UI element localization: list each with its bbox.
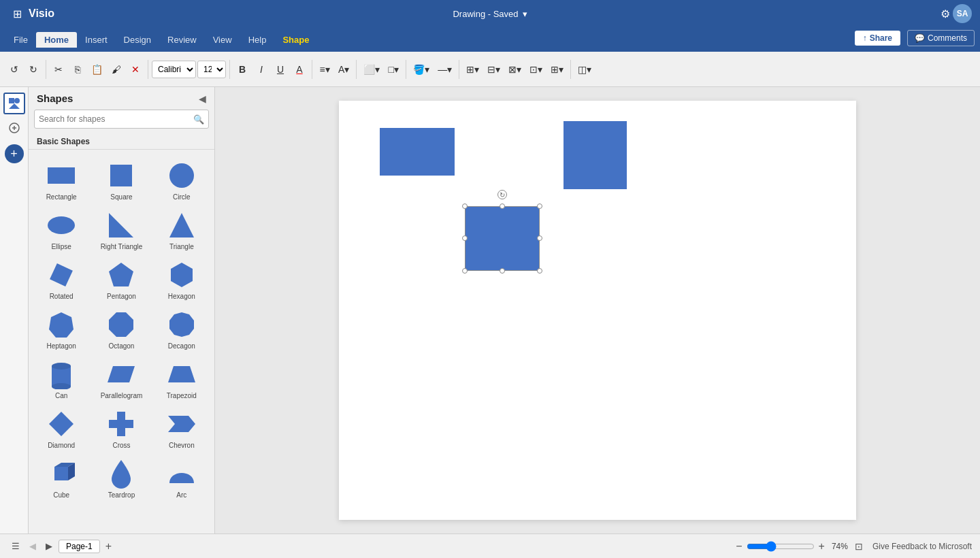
triangle-label: Triangle — [169, 243, 194, 250]
handle-tm[interactable] — [500, 203, 505, 209]
handle-mr[interactable] — [537, 235, 542, 241]
zoom-controls: − + 74% ⊡ Give Feedback to Microsoft — [736, 540, 972, 553]
italic-button[interactable]: I — [252, 60, 270, 79]
search-icon[interactable]: 🔍 — [193, 114, 204, 125]
add-shapes-icon[interactable]: + — [5, 144, 24, 163]
search-input[interactable] — [39, 114, 193, 124]
text-size-button[interactable]: A▾ — [335, 60, 353, 79]
cut-button[interactable]: ✂ — [50, 60, 67, 79]
shape-item-hexagon[interactable]: Hexagon — [152, 255, 212, 304]
clear-button[interactable]: ✕ — [127, 60, 144, 79]
page-list-button[interactable]: ☰ — [8, 540, 23, 553]
shape-item-ellipse[interactable]: Ellipse — [31, 205, 91, 255]
shape-item-chevron[interactable]: Chevron — [152, 404, 212, 453]
zoom-out-button[interactable]: − — [736, 540, 742, 553]
fit-button[interactable]: ⊡ — [855, 541, 863, 552]
shape-item-circle[interactable]: Circle — [152, 155, 212, 205]
shape-item-arc[interactable]: Arc — [152, 453, 212, 503]
ellipse-label: Ellipse — [51, 243, 71, 250]
tab-insert[interactable]: Insert — [77, 32, 116, 48]
shape-item-trapezoid[interactable]: Trapezoid — [152, 354, 212, 404]
prev-page-button[interactable]: ◀ — [26, 540, 39, 553]
shape-outline-button[interactable]: □▾ — [385, 60, 402, 79]
align-shapes-button[interactable]: ⊡▾ — [526, 60, 546, 79]
position-button[interactable]: ⊠▾ — [505, 60, 525, 79]
page-nav: ☰ ◀ ▶ Page-1 + — [8, 540, 114, 553]
feedback-link[interactable]: Give Feedback to Microsoft — [872, 542, 972, 551]
group-button[interactable]: ⊞▾ — [463, 60, 483, 79]
page-1-tab[interactable]: Page-1 — [59, 540, 100, 553]
shape-item-triangle[interactable]: Triangle — [152, 205, 212, 255]
shape-item-pentagon[interactable]: Pentagon — [91, 255, 151, 304]
font-size-select[interactable]: 12 8 10 14 16 18 24 36 — [197, 61, 226, 78]
canvas-shape-2[interactable] — [564, 121, 627, 189]
copy-button[interactable]: ⎘ — [69, 60, 86, 79]
line-color-button[interactable]: —▾ — [434, 60, 455, 79]
collapse-sidebar-button[interactable]: ◀ — [199, 93, 206, 104]
tab-shape[interactable]: Shape — [274, 32, 317, 48]
shape-item-heptagon[interactable]: Heptagon — [31, 304, 91, 354]
tab-help[interactable]: Help — [240, 32, 275, 48]
add-page-button[interactable]: + — [103, 540, 114, 553]
text-box-button[interactable]: ⬜▾ — [360, 60, 383, 79]
settings-button[interactable]: ⚙ — [938, 5, 953, 23]
canvas-shape-1[interactable] — [380, 128, 455, 176]
tab-file[interactable]: File — [5, 32, 36, 48]
tab-view[interactable]: View — [205, 32, 240, 48]
share-button[interactable]: ↑ Share — [855, 31, 900, 46]
tab-home[interactable]: Home — [36, 32, 77, 48]
canvas-page[interactable]: ↻ — [339, 101, 856, 520]
handle-br[interactable] — [537, 268, 542, 274]
font-family-select[interactable]: Calibri — [152, 61, 196, 78]
comments-button[interactable]: 💬 Comments — [907, 30, 975, 46]
canvas-shape-3[interactable] — [465, 206, 540, 271]
zoom-in-button[interactable]: + — [819, 540, 825, 553]
arrange-button[interactable]: ⊟▾ — [484, 60, 504, 79]
paste-button[interactable]: 📋 — [88, 60, 106, 79]
avatar[interactable]: SA — [953, 4, 972, 23]
apps-grid-icon[interactable]: ⊞ — [8, 4, 26, 23]
handle-tr[interactable] — [537, 203, 542, 209]
zoom-slider[interactable] — [747, 541, 815, 552]
sep8 — [570, 60, 571, 79]
shape-item-teardrop[interactable]: Teardrop — [91, 453, 151, 503]
container-button[interactable]: ⊞▾ — [547, 60, 567, 79]
canvas-area: ↻ — [215, 87, 980, 534]
shape-item-right-triangle[interactable]: Right Triangle — [91, 205, 151, 255]
shape-item-rectangle[interactable]: Rectangle — [31, 155, 91, 205]
align-button[interactable]: ≡▾ — [316, 60, 333, 79]
shape-item-parallelogram[interactable]: Parallelogram — [91, 354, 151, 404]
undo-button[interactable]: ↺ — [5, 60, 23, 79]
teardrop-label: Teardrop — [108, 491, 135, 499]
handle-tl[interactable] — [462, 203, 468, 209]
cube-label: Cube — [53, 491, 69, 499]
canvas-shape-3-container[interactable]: ↻ — [465, 206, 540, 271]
rotate-handle[interactable]: ↻ — [497, 190, 507, 199]
next-page-button[interactable]: ▶ — [42, 540, 56, 553]
handle-bl[interactable] — [462, 268, 468, 274]
shape-item-diamond[interactable]: Diamond — [31, 404, 91, 453]
shape-item-cross[interactable]: Cross — [91, 404, 151, 453]
shape-item-cube[interactable]: Cube — [31, 453, 91, 503]
format-painter-button[interactable]: 🖌 — [108, 60, 125, 79]
shape-item-decagon[interactable]: Decagon — [152, 304, 212, 354]
shadow-button[interactable]: ◫▾ — [574, 60, 595, 79]
tab-review[interactable]: Review — [159, 32, 205, 48]
font-color-button[interactable]: A — [291, 60, 308, 79]
shape-item-can[interactable]: Can — [31, 354, 91, 404]
handle-bm[interactable] — [500, 268, 505, 274]
shape-item-square[interactable]: Square — [91, 155, 151, 205]
shape-item-octagon[interactable]: Octagon — [91, 304, 151, 354]
handle-ml[interactable] — [462, 235, 468, 241]
stencils-panel-icon[interactable] — [3, 117, 25, 139]
ribbon-tabs-group: File Home Insert Design Review View Help… — [5, 32, 855, 48]
shape-item-rotated[interactable]: Rotated — [31, 255, 91, 304]
rectangle-label: Rectangle — [46, 193, 77, 201]
bold-button[interactable]: B — [233, 60, 251, 79]
fill-button[interactable]: 🪣▾ — [410, 60, 433, 79]
underline-button[interactable]: U — [272, 60, 289, 79]
redo-button[interactable]: ↻ — [24, 60, 42, 79]
title-bar: ⊞ Visio Drawing - Saved ▾ ⚙ SA — [0, 0, 980, 27]
shapes-panel-icon[interactable] — [3, 93, 25, 114]
tab-design[interactable]: Design — [116, 32, 159, 48]
